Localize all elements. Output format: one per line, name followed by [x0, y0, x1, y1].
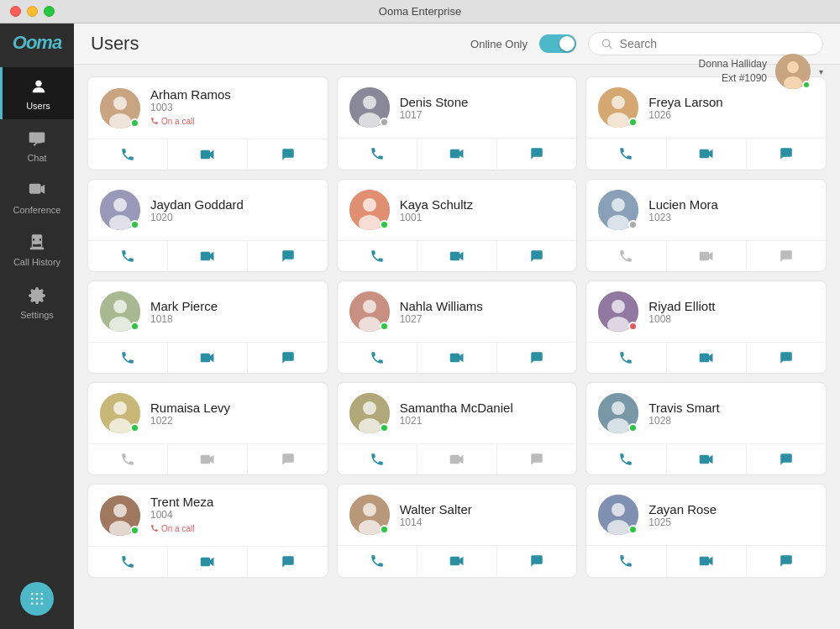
video-button[interactable] [417, 241, 497, 271]
user-name: Zayan Rose [648, 502, 814, 516]
svg-rect-2 [29, 184, 41, 194]
dialpad-button[interactable] [20, 582, 54, 616]
status-dot [628, 322, 638, 331]
phone-button[interactable] [338, 444, 417, 474]
svg-point-13 [36, 598, 39, 600]
video-button[interactable] [417, 546, 497, 576]
user-card-top: Jaydan Goddard 1020 [88, 180, 328, 240]
svg-point-10 [36, 593, 39, 595]
chat-button[interactable] [747, 546, 826, 576]
search-input[interactable] [620, 37, 811, 50]
video-button[interactable] [417, 444, 497, 474]
sidebar-item-chat[interactable]: Chat [0, 119, 74, 171]
status-dot [130, 322, 139, 331]
maximize-button[interactable] [44, 6, 55, 17]
phone-button[interactable] [88, 241, 168, 271]
search-box [588, 32, 823, 55]
user-info: Arham Ramos 1003 On a call [150, 87, 316, 128]
user-info: Lucien Mora 1023 [648, 197, 814, 223]
chat-button[interactable] [747, 241, 826, 271]
video-button[interactable] [667, 343, 747, 373]
user-card-top: Mark Pierce 1018 [88, 281, 328, 342]
chat-button[interactable] [248, 139, 327, 170]
chat-button[interactable] [497, 241, 576, 271]
video-button[interactable] [667, 444, 747, 474]
svg-rect-91 [450, 557, 459, 566]
phone-button[interactable] [88, 343, 168, 373]
user-name: Rumaisa Levy [150, 401, 316, 415]
video-button[interactable] [667, 546, 747, 576]
user-info: Freya Larson 1026 [648, 95, 814, 121]
phone-button[interactable] [88, 444, 168, 474]
chat-button[interactable] [248, 241, 327, 271]
user-info: Denis Stone 1017 [400, 95, 565, 121]
phone-button[interactable] [586, 343, 666, 373]
video-button[interactable] [168, 241, 248, 271]
chat-button[interactable] [747, 139, 826, 169]
user-name: Kaya Schultz [400, 197, 565, 212]
svg-point-94 [612, 503, 625, 516]
avatar-wrap [598, 87, 638, 128]
page-title: Users [91, 33, 139, 55]
sidebar-item-users[interactable]: Users [0, 67, 74, 119]
svg-marker-62 [459, 354, 464, 363]
chat-icon [26, 128, 48, 149]
header-dropdown-arrow[interactable]: ▾ [819, 67, 823, 76]
video-button[interactable] [417, 343, 497, 373]
sidebar: Ooma Users Chat [0, 24, 74, 629]
phone-button[interactable] [88, 547, 168, 577]
user-card-actions [586, 443, 826, 474]
video-button[interactable] [168, 139, 248, 170]
svg-rect-66 [699, 354, 708, 363]
user-card-top: Nahla Williams 1027 [338, 281, 577, 342]
video-button[interactable] [168, 343, 248, 373]
phone-button[interactable] [586, 241, 666, 271]
video-button[interactable] [667, 241, 747, 271]
sidebar-item-settings[interactable]: Settings [0, 276, 74, 328]
svg-marker-72 [210, 455, 214, 464]
sidebar-item-conference[interactable]: Conference [0, 171, 74, 223]
chat-button[interactable] [747, 343, 826, 373]
user-card: Denis Stone 1017 [337, 76, 578, 170]
phone-button[interactable] [338, 241, 417, 271]
video-button[interactable] [417, 139, 497, 169]
phone-button[interactable] [88, 139, 168, 170]
user-card-actions [338, 240, 577, 271]
video-button[interactable] [667, 139, 747, 169]
user-name: Lucien Mora [648, 197, 814, 212]
on-call-badge: On a call [150, 524, 194, 533]
minimize-button[interactable] [27, 6, 38, 17]
svg-rect-81 [699, 455, 708, 464]
status-dot [628, 220, 638, 229]
phone-button[interactable] [338, 343, 417, 373]
online-only-toggle[interactable] [539, 34, 576, 53]
chat-button[interactable] [497, 139, 576, 169]
video-button[interactable] [168, 444, 248, 474]
user-card-top: Samantha McDaniel 1021 [338, 383, 577, 443]
sidebar-item-call-history[interactable]: Call History [0, 223, 74, 276]
video-button[interactable] [168, 547, 248, 577]
svg-marker-27 [210, 150, 214, 160]
chat-button[interactable] [248, 444, 327, 474]
avatar-wrap [349, 393, 390, 433]
settings-icon [26, 285, 48, 307]
user-ext: 1004 [150, 509, 316, 521]
chat-button[interactable] [747, 444, 826, 474]
phone-button[interactable] [586, 444, 666, 474]
phone-button[interactable] [338, 139, 417, 169]
chat-button[interactable] [248, 343, 327, 373]
phone-button[interactable] [586, 546, 666, 576]
chat-button[interactable] [248, 547, 327, 577]
svg-marker-77 [459, 455, 464, 464]
svg-marker-67 [709, 354, 713, 363]
user-card-actions [338, 342, 577, 373]
close-button[interactable] [10, 6, 21, 17]
phone-button[interactable] [586, 139, 666, 169]
svg-rect-76 [450, 455, 459, 464]
phone-button[interactable] [338, 546, 417, 576]
chat-button[interactable] [497, 444, 576, 474]
user-card: Jaydan Goddard 1020 [87, 179, 328, 272]
status-dot [380, 220, 389, 229]
chat-button[interactable] [497, 343, 576, 373]
chat-button[interactable] [497, 546, 576, 576]
